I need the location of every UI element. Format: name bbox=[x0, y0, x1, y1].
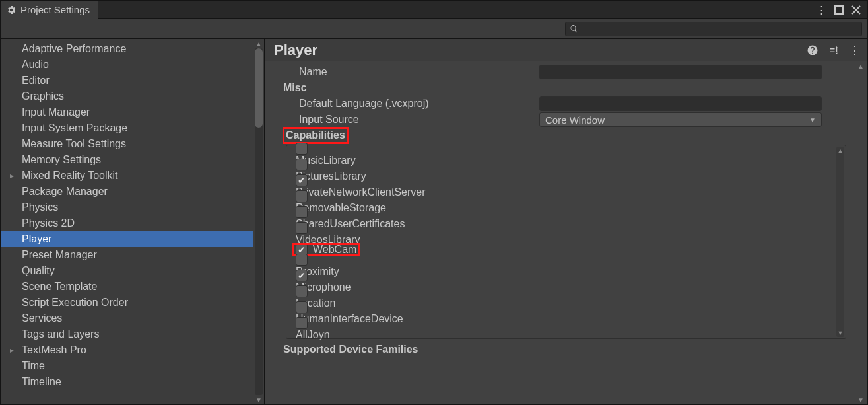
capability-label: AllJoyn bbox=[296, 329, 330, 340]
tab-bar: Project Settings ⋮ bbox=[1, 1, 867, 19]
capability-checkbox[interactable] bbox=[296, 254, 308, 266]
sidebar-item-graphics[interactable]: Graphics bbox=[1, 89, 264, 104]
sidebar-item-timeline[interactable]: Timeline bbox=[1, 374, 264, 390]
scroll-up-icon[interactable]: ▲ bbox=[855, 61, 866, 71]
sidebar-item-physics-2d[interactable]: Physics 2D bbox=[1, 215, 264, 231]
settings-sidebar: Adaptive PerformanceAudioEditorGraphicsI… bbox=[1, 39, 265, 404]
capability-row-humaninterfacedevice[interactable]: HumanInterfaceDevice bbox=[288, 305, 836, 321]
scroll-down-icon[interactable]: ▼ bbox=[253, 395, 264, 404]
sidebar-item-label: Timeline bbox=[22, 376, 61, 387]
main-panel: Player ⋮ Name Misc Default Language (.vc… bbox=[265, 39, 867, 404]
sidebar-item-label: Measure Tool Settings bbox=[22, 138, 126, 149]
main-content: Name Misc Default Language (.vcxproj) In… bbox=[265, 61, 867, 404]
input-source-label: Input Source bbox=[283, 114, 539, 126]
capability-row-sharedusercertificates[interactable]: SharedUserCertificates bbox=[288, 210, 836, 226]
sidebar-item-mixed-reality-toolkit[interactable]: Mixed Reality Toolkit bbox=[1, 168, 264, 184]
sidebar-item-label: Input System Package bbox=[22, 122, 127, 133]
scroll-down-icon[interactable]: ▼ bbox=[836, 329, 844, 337]
search-box[interactable] bbox=[565, 22, 862, 36]
scroll-down-icon[interactable]: ▼ bbox=[855, 395, 866, 404]
sidebar-item-label: Adaptive Performance bbox=[22, 43, 126, 54]
sidebar-item-input-system-package[interactable]: Input System Package bbox=[1, 120, 264, 136]
close-icon[interactable] bbox=[851, 5, 861, 15]
capability-row-proximity[interactable]: Proximity bbox=[288, 258, 836, 274]
sidebar-scrollbar[interactable]: ▲ ▼ bbox=[253, 39, 264, 404]
tab-project-settings[interactable]: Project Settings bbox=[1, 1, 98, 19]
capability-checkbox[interactable] bbox=[296, 222, 308, 234]
sidebar-item-label: Time bbox=[22, 360, 45, 371]
supported-device-families-label: Supported Device Families bbox=[267, 342, 853, 357]
capability-checkbox[interactable] bbox=[296, 143, 308, 155]
sidebar-item-label: Physics bbox=[22, 202, 58, 213]
sidebar-item-label: Player bbox=[22, 233, 51, 244]
settings-list: Adaptive PerformanceAudioEditorGraphicsI… bbox=[1, 39, 264, 404]
sidebar-item-label: Editor bbox=[22, 75, 50, 86]
maximize-icon[interactable] bbox=[834, 5, 844, 15]
help-icon[interactable] bbox=[807, 44, 818, 56]
sidebar-item-label: Script Execution Order bbox=[22, 297, 128, 308]
sidebar-item-label: Mixed Reality Toolkit bbox=[22, 170, 118, 181]
name-field[interactable] bbox=[539, 65, 822, 79]
sidebar-item-audio[interactable]: Audio bbox=[1, 57, 264, 73]
sidebar-item-label: Physics 2D bbox=[22, 217, 75, 229]
sidebar-item-script-execution-order[interactable]: Script Execution Order bbox=[1, 295, 264, 311]
default-language-field[interactable] bbox=[539, 96, 822, 111]
presets-icon[interactable] bbox=[828, 44, 840, 56]
tab-title: Project Settings bbox=[20, 4, 90, 15]
sidebar-item-services[interactable]: Services bbox=[1, 311, 264, 326]
capability-checkbox[interactable] bbox=[296, 285, 308, 297]
capability-checkbox[interactable] bbox=[296, 301, 308, 313]
capability-checkbox[interactable] bbox=[296, 317, 308, 329]
scrollbar-thumb[interactable] bbox=[255, 48, 263, 128]
window-controls: ⋮ bbox=[817, 4, 867, 16]
gear-icon bbox=[6, 5, 17, 15]
name-label: Name bbox=[283, 66, 539, 78]
capability-checkbox[interactable] bbox=[296, 159, 308, 170]
sidebar-item-label: Graphics bbox=[22, 91, 64, 102]
scroll-up-icon[interactable]: ▲ bbox=[836, 147, 844, 155]
sidebar-item-memory-settings[interactable]: Memory Settings bbox=[1, 152, 264, 168]
chevron-down-icon: ▼ bbox=[809, 116, 816, 124]
sidebar-item-label: Audio bbox=[22, 59, 49, 70]
search-input[interactable] bbox=[578, 24, 857, 34]
main-scrollbar[interactable]: ▲ ▼ bbox=[855, 61, 866, 404]
capability-checkbox[interactable] bbox=[296, 174, 308, 186]
capabilities-section-label: Capabilities bbox=[267, 128, 853, 143]
sidebar-item-label: Package Manager bbox=[22, 186, 108, 197]
capability-row-webcam[interactable]: WebCam bbox=[288, 242, 836, 258]
sidebar-item-tags-and-layers[interactable]: Tags and Layers bbox=[1, 326, 264, 342]
sidebar-item-textmesh-pro[interactable]: TextMesh Pro bbox=[1, 342, 264, 358]
input-source-row: Input Source Core Window ▼ bbox=[267, 112, 853, 128]
sidebar-item-scene-template[interactable]: Scene Template bbox=[1, 279, 264, 295]
capabilities-scrollbar[interactable]: ▲ ▼ bbox=[836, 147, 844, 337]
scroll-up-icon[interactable]: ▲ bbox=[253, 39, 264, 48]
sidebar-item-player[interactable]: Player bbox=[1, 231, 264, 247]
sidebar-item-time[interactable]: Time bbox=[1, 358, 264, 374]
capability-checkbox[interactable] bbox=[296, 270, 308, 281]
misc-section-label: Misc bbox=[267, 80, 853, 96]
capability-checkbox[interactable] bbox=[296, 190, 308, 202]
sidebar-item-physics[interactable]: Physics bbox=[1, 200, 264, 215]
more-icon[interactable]: ⋮ bbox=[849, 44, 861, 56]
sidebar-item-label: Input Manager bbox=[22, 106, 90, 118]
search-icon bbox=[570, 24, 578, 33]
sidebar-item-quality[interactable]: Quality bbox=[1, 263, 264, 279]
kebab-icon[interactable]: ⋮ bbox=[817, 4, 826, 16]
page-title: Player bbox=[274, 42, 317, 59]
sidebar-item-adaptive-performance[interactable]: Adaptive Performance bbox=[1, 41, 264, 57]
input-source-dropdown[interactable]: Core Window ▼ bbox=[539, 112, 822, 127]
default-language-label: Default Language (.vcxproj) bbox=[283, 98, 539, 110]
sidebar-item-label: Scene Template bbox=[22, 281, 97, 292]
sidebar-item-measure-tool-settings[interactable]: Measure Tool Settings bbox=[1, 136, 264, 152]
sidebar-item-input-manager[interactable]: Input Manager bbox=[1, 104, 264, 120]
capability-row-microphone[interactable]: Microphone bbox=[288, 274, 836, 289]
input-source-value: Core Window bbox=[545, 114, 605, 126]
sidebar-item-package-manager[interactable]: Package Manager bbox=[1, 184, 264, 200]
sidebar-item-preset-manager[interactable]: Preset Manager bbox=[1, 247, 264, 263]
sidebar-item-editor[interactable]: Editor bbox=[1, 73, 264, 89]
project-settings-window: Project Settings ⋮ Adaptive PerformanceA… bbox=[0, 0, 868, 405]
capability-checkbox[interactable] bbox=[296, 206, 308, 218]
sidebar-item-label: Quality bbox=[22, 265, 55, 276]
sidebar-item-label: Memory Settings bbox=[22, 154, 101, 165]
capability-row-musiclibrary[interactable]: MusicLibrary bbox=[288, 147, 836, 163]
